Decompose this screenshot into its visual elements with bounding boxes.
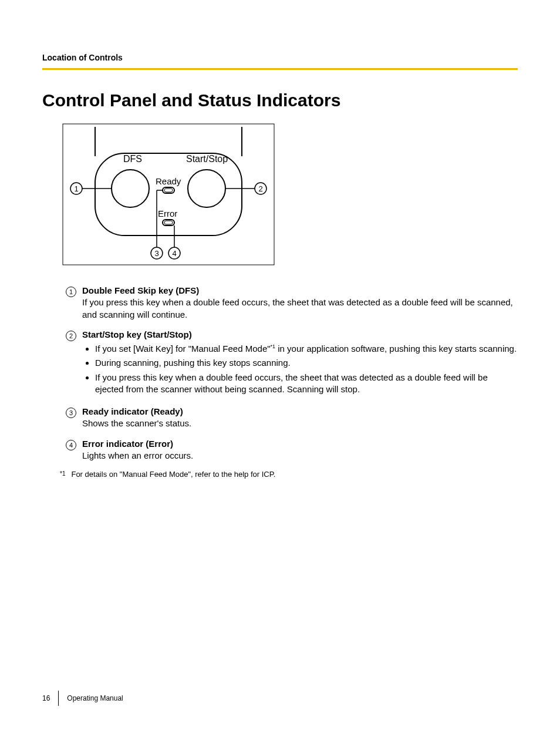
diagram-label-error: Error	[158, 208, 177, 218]
diagram-callout-3: 3	[155, 249, 159, 258]
item-title: Double Feed Skip key (DFS)	[82, 285, 199, 295]
manual-name: Operating Manual	[67, 694, 123, 702]
items-list: 1 Double Feed Skip key (DFS) If you pres…	[66, 285, 518, 462]
breadcrumb: Location of Controls	[42, 53, 518, 62]
diagram-callout-2: 2	[259, 184, 263, 193]
footer-separator	[58, 691, 59, 706]
item-text: If you press this key when a double feed…	[82, 297, 513, 319]
page-title: Control Panel and Status Indicators	[42, 90, 518, 110]
diagram-label-ready: Ready	[156, 176, 181, 186]
bullet: During scanning, pushing this key stops …	[95, 357, 518, 369]
diagram-label-startstop: Start/Stop	[186, 154, 228, 164]
svg-point-2	[112, 170, 149, 207]
svg-point-3	[188, 170, 225, 207]
svg-rect-7	[164, 221, 173, 224]
page-footer: 16 Operating Manual	[42, 691, 123, 706]
item-3: 3 Ready indicator (Ready) Shows the scan…	[66, 406, 518, 430]
item-title: Error indicator (Error)	[82, 439, 173, 449]
diagram-callout-1: 1	[75, 184, 79, 193]
item-number: 2	[66, 331, 76, 341]
svg-rect-5	[164, 189, 173, 192]
diagram-label-dfs: DFS	[123, 154, 142, 164]
item-text: Shows the scanner's status.	[82, 418, 191, 428]
footnote: *1 For details on "Manual Feed Mode", re…	[60, 470, 518, 479]
item-title: Ready indicator (Ready)	[82, 406, 183, 416]
footnote-mark: *1	[60, 470, 65, 479]
item-4: 4 Error indicator (Error) Lights when an…	[66, 438, 518, 462]
diagram-callout-4: 4	[173, 249, 177, 258]
item-1: 1 Double Feed Skip key (DFS) If you pres…	[66, 285, 518, 321]
item-number: 4	[66, 440, 76, 450]
item-title: Start/Stop key (Start/Stop)	[82, 329, 192, 339]
control-panel-diagram: DFS Start/Stop Ready Error 1 2 3 4	[60, 121, 518, 270]
page-number: 16	[42, 694, 50, 702]
item-2: 2 Start/Stop key (Start/Stop) If you set…	[66, 329, 518, 398]
item-bullets: If you set [Wait Key] for "Manual Feed M…	[82, 343, 518, 395]
bullet: If you set [Wait Key] for "Manual Feed M…	[95, 343, 518, 355]
item-number: 1	[66, 287, 76, 297]
footnote-text: For details on "Manual Feed Mode", refer…	[71, 470, 275, 479]
bullet: If you press this key when a double feed…	[95, 372, 518, 396]
item-number: 3	[66, 408, 76, 418]
accent-rule	[42, 68, 518, 70]
item-text: Lights when an error occurs.	[82, 450, 193, 460]
